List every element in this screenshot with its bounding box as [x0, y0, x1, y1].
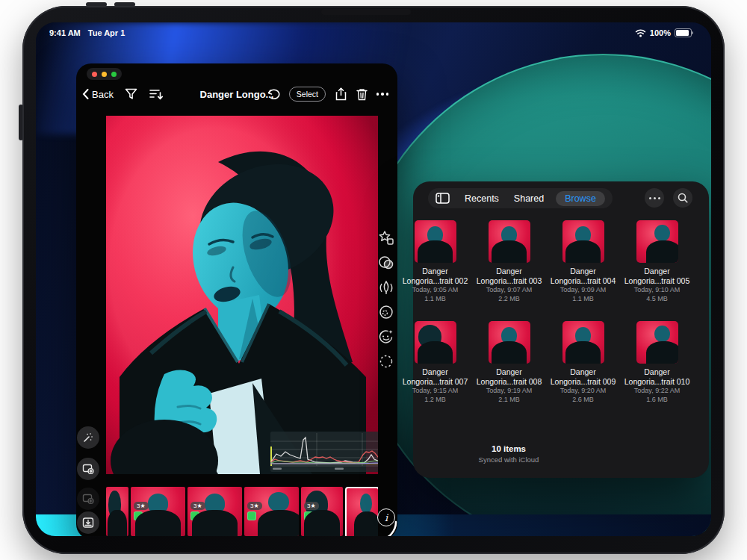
file-date: Today, 9:10 AM: [634, 285, 680, 294]
dashed-circle-icon: [378, 353, 394, 370]
sync-status: Synced with iCloud: [413, 455, 604, 464]
filmstrip-thumb[interactable]: 3★: [301, 487, 343, 536]
save-tray-icon: [82, 517, 94, 529]
brush-icon: [378, 279, 394, 296]
file-card[interactable]: DangerLongoria...trait 009 Today, 9:20 A…: [546, 321, 620, 422]
file-name: DangerLongoria...trait 007: [403, 367, 468, 386]
rating-badge: 3★: [304, 502, 319, 520]
file-name: DangerLongoria...trait 008: [477, 367, 542, 386]
ellipsis-icon: [376, 93, 389, 96]
wifi-icon: [635, 29, 646, 37]
file-name: DangerLongoria...trait 003: [477, 267, 542, 285]
trash-icon: [356, 88, 368, 101]
auto-enhance-button[interactable]: [77, 426, 99, 449]
corner-curl-decoration: [375, 520, 397, 536]
effects-tool-button[interactable]: [377, 229, 395, 247]
zoom-window-icon[interactable]: [111, 72, 117, 77]
files-footer: 10 items Synced with iCloud: [413, 444, 604, 464]
filmstrip-thumb[interactable]: 3★: [187, 487, 242, 536]
file-card[interactable]: DangerLongoria...trait 007 Today, 9:15 A…: [398, 321, 472, 422]
sidebar-toggle-button[interactable]: [436, 193, 450, 204]
camera-housing: [321, 9, 411, 15]
file-date: Today, 9:15 AM: [412, 386, 458, 395]
file-card[interactable]: DangerLongoria...trait 002 Today, 9:05 A…: [398, 220, 472, 321]
filmstrip-thumb[interactable]: 3★: [131, 487, 185, 536]
paste-edits-button[interactable]: [77, 488, 99, 510]
file-size: 1.1 MB: [424, 294, 446, 303]
file-card[interactable]: DangerLongoria...trait 003 Today, 9:07 A…: [472, 220, 546, 321]
file-thumbnail[interactable]: [489, 220, 530, 263]
file-card[interactable]: DangerLongoria...trait 005 Today, 9:10 A…: [620, 220, 694, 321]
wand-icon: [82, 432, 94, 444]
tab-shared[interactable]: Shared: [514, 193, 544, 204]
edit-tools-column: [374, 229, 397, 370]
undo-button[interactable]: [264, 84, 285, 104]
file-date: Today, 9:22 AM: [634, 386, 680, 395]
brush-tool-button[interactable]: [377, 279, 395, 296]
ipad-screen: 9:41 AM Tue Apr 1 100% Da: [36, 22, 711, 536]
minimize-window-icon[interactable]: [102, 72, 107, 77]
overlapping-circles-icon: [378, 255, 394, 271]
filter-button[interactable]: [121, 84, 142, 104]
search-icon: [678, 193, 688, 203]
tab-recents[interactable]: Recents: [465, 193, 499, 204]
copy-edits-icon: [82, 463, 94, 475]
file-name: DangerLongoria...trait 004: [551, 267, 616, 285]
undo-icon: [267, 89, 281, 100]
funnel-icon: [125, 88, 137, 100]
share-button[interactable]: [330, 84, 351, 104]
delete-button[interactable]: [351, 84, 372, 104]
histogram-green-curve: [270, 461, 378, 463]
star-square-icon: [378, 230, 394, 246]
paste-edits-icon: [82, 493, 94, 505]
select-button[interactable]: Select: [289, 87, 326, 102]
file-thumbnail[interactable]: [562, 321, 604, 364]
file-thumbnail[interactable]: [636, 220, 678, 263]
file-card[interactable]: DangerLongoria...trait 008 Today, 9:19 A…: [472, 321, 546, 422]
file-thumbnail[interactable]: [415, 321, 456, 364]
share-icon: [335, 87, 347, 101]
window-controls[interactable]: [87, 68, 122, 80]
file-thumbnail[interactable]: [415, 220, 456, 263]
photo-canvas[interactable]: [106, 116, 378, 474]
file-name: DangerLongoria...trait 010: [624, 367, 690, 386]
file-name: DangerLongoria...trait 002: [403, 267, 468, 285]
file-name: DangerLongoria...trait 005: [624, 267, 690, 285]
back-button[interactable]: Back: [82, 89, 114, 100]
rating-badge: 3★: [134, 502, 149, 520]
close-window-icon[interactable]: [92, 72, 97, 77]
file-thumbnail[interactable]: [489, 321, 530, 364]
more-options-button[interactable]: [645, 188, 664, 208]
retouch-tool-button[interactable]: [377, 328, 395, 346]
more-button[interactable]: [372, 84, 393, 104]
tab-browse[interactable]: Browse: [556, 191, 605, 206]
copy-edits-button[interactable]: [77, 458, 99, 480]
filmstrip-thumb-selected[interactable]: [345, 487, 378, 536]
battery-percent: 100%: [650, 28, 671, 37]
filmstrip-thumb[interactable]: 3★: [244, 487, 299, 536]
file-size: 2.6 MB: [572, 395, 594, 404]
dial-icon: [378, 304, 394, 320]
file-card[interactable]: DangerLongoria...trait 004 Today, 9:09 A…: [546, 220, 620, 321]
histogram-panel: [270, 432, 378, 472]
edited-indicator: [134, 511, 143, 520]
file-grid: DangerLongoria...trait 002 Today, 9:05 A…: [398, 220, 694, 422]
filmstrip: 3★ 3★ 3★ 3★: [106, 487, 378, 536]
filters-tool-button[interactable]: [377, 254, 395, 272]
rating-badge: 3★: [190, 502, 205, 520]
edited-indicator: [247, 511, 256, 520]
adjust-tool-button[interactable]: [377, 303, 395, 321]
status-date: Tue Apr 1: [88, 28, 125, 37]
search-button[interactable]: [673, 188, 692, 208]
file-card[interactable]: DangerLongoria...trait 010 Today, 9:22 A…: [620, 321, 694, 422]
filmstrip-thumb[interactable]: [106, 487, 128, 536]
sort-button[interactable]: [146, 84, 167, 104]
file-thumbnail[interactable]: [562, 220, 604, 263]
rating-badge: 3★: [247, 502, 262, 520]
export-button[interactable]: [77, 511, 99, 534]
status-time: 9:41 AM: [49, 28, 81, 37]
face-sparkle-icon: [378, 329, 394, 345]
ellipsis-icon: [649, 197, 660, 199]
file-thumbnail[interactable]: [636, 321, 678, 364]
crop-remove-tool-button[interactable]: [377, 352, 395, 370]
